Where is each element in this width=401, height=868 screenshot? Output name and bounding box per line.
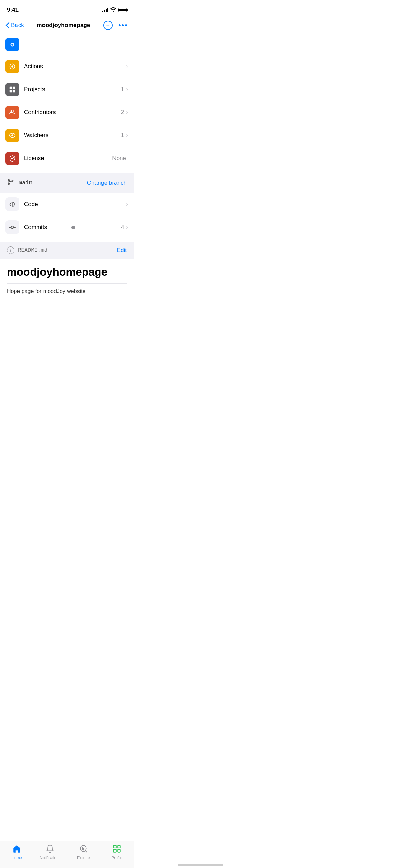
svg-point-1 [11, 44, 13, 46]
svg-point-8 [11, 110, 13, 112]
contributors-label: Contributors [24, 109, 121, 116]
readme-info-icon: i [7, 246, 14, 254]
license-item[interactable]: License None [0, 147, 134, 170]
projects-item[interactable]: Projects 1 › [0, 78, 134, 101]
page-title: moodjoyhomepage [37, 22, 90, 29]
watchers-label: Watchers [24, 132, 121, 139]
svg-point-9 [13, 110, 14, 112]
nav-bar: Back moodjoyhomepage + ••• [0, 16, 134, 34]
back-button[interactable]: Back [5, 22, 24, 29]
svg-rect-7 [13, 90, 15, 92]
branch-name: main [19, 180, 33, 186]
svg-rect-4 [10, 87, 12, 89]
status-time: 9:41 [7, 7, 19, 13]
watchers-chevron: › [126, 132, 128, 139]
partial-item [0, 34, 134, 55]
actions-icon [5, 60, 19, 73]
signal-bars-icon [102, 8, 108, 12]
contributors-count: 2 [121, 109, 124, 116]
status-bar: 9:41 [0, 0, 134, 16]
branch-section: main Change branch [0, 173, 134, 193]
svg-point-3 [11, 65, 13, 68]
nav-actions: + ••• [103, 21, 128, 30]
back-label: Back [11, 22, 24, 29]
projects-count: 1 [121, 86, 124, 93]
branch-items-list: Code › Commits 4 › [0, 193, 134, 239]
projects-chevron: › [126, 86, 128, 93]
svg-rect-6 [10, 90, 12, 92]
commits-item[interactable]: Commits 4 › [0, 216, 134, 239]
actions-item[interactable]: Actions › [0, 55, 134, 78]
projects-label: Projects [24, 86, 121, 93]
partial-icon [5, 38, 19, 51]
readme-description: Hope page for moodJoy website [7, 288, 127, 294]
wifi-icon [110, 7, 116, 13]
actions-chevron: › [126, 63, 128, 70]
watchers-icon [5, 129, 19, 142]
readme-content: moodjoyhomepage Hope page for moodJoy we… [0, 259, 134, 298]
svg-point-15 [11, 226, 13, 228]
readme-filename: README.md [18, 247, 47, 253]
readme-section: i README.md Edit [0, 242, 134, 259]
code-item[interactable]: Code › [0, 193, 134, 216]
svg-rect-5 [13, 87, 15, 89]
more-dots-icon: ••• [118, 21, 128, 30]
commits-count: 4 [121, 224, 124, 231]
contributors-chevron: › [126, 109, 128, 116]
watchers-count: 1 [121, 132, 124, 139]
branch-left: main [7, 178, 33, 188]
code-chevron: › [126, 201, 128, 208]
license-label: License [24, 155, 112, 162]
readme-edit-button[interactable]: Edit [117, 247, 127, 254]
commits-chevron: › [126, 224, 128, 231]
change-branch-button[interactable]: Change branch [87, 180, 127, 186]
license-icon [5, 152, 19, 165]
branch-icon [7, 178, 14, 188]
commits-icon-box [5, 220, 19, 234]
readme-divider [7, 283, 127, 284]
commits-label: Commits [24, 224, 70, 231]
svg-point-10 [11, 134, 13, 136]
status-icons [102, 7, 127, 13]
watchers-item[interactable]: Watchers 1 › [0, 124, 134, 147]
commits-badge [71, 226, 75, 229]
readme-left: i README.md [7, 246, 47, 254]
actions-label: Actions [24, 63, 126, 70]
contributors-icon [5, 106, 19, 119]
license-value: None [112, 155, 126, 162]
more-button[interactable]: ••• [118, 21, 128, 30]
readme-title: moodjoyhomepage [7, 266, 127, 278]
code-label: Code [24, 201, 126, 208]
battery-icon [118, 8, 127, 12]
projects-icon [5, 83, 19, 96]
add-button[interactable]: + [103, 21, 113, 30]
code-icon-box [5, 197, 19, 211]
contributors-item[interactable]: Contributors 2 › [0, 101, 134, 124]
